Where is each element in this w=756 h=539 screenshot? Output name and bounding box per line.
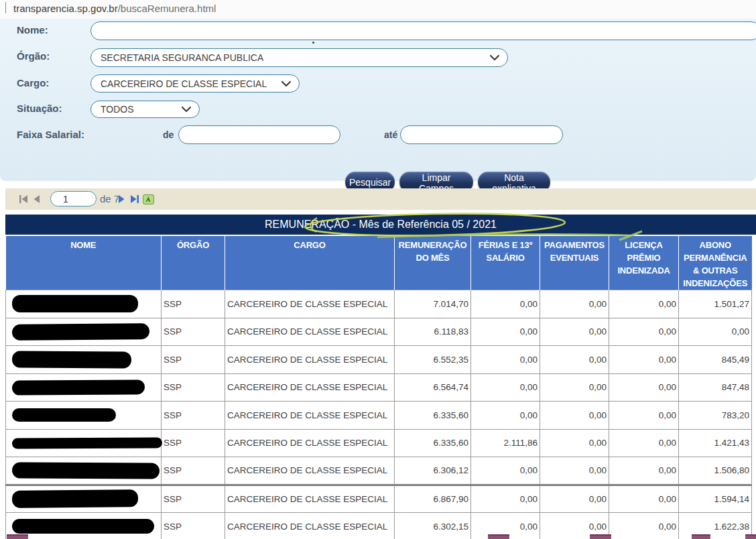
table-row: SSPCARCEREIRO DE CLASSE ESPECIAL6.867,90… <box>6 485 752 513</box>
results-table: NOME ÓRGÃO CARGO REMUNERAÇÃO DO MÊS FÉRI… <box>5 236 752 539</box>
ferias-cell: 0,00 <box>471 346 540 374</box>
abono-cell: 0,00 <box>679 318 752 346</box>
results-title: REMUNERAÇÃO - Mês de Referência 05 / 202… <box>265 219 497 231</box>
redacted-name-bar <box>12 519 154 534</box>
page: transparencia.sp.gov.br/buscaRemunera.ht… <box>0 0 756 539</box>
faixa-de-label: de <box>163 129 174 140</box>
last-page-icon[interactable] <box>130 195 139 203</box>
remuneracao-cell: 6.335,60 <box>395 402 471 430</box>
page-number-input[interactable] <box>50 191 97 206</box>
url-path: /buscaRemunera.html <box>118 3 216 14</box>
redacted-name-bar <box>12 489 138 508</box>
table-row: SSPCARCEREIRO DE CLASSE ESPECIAL6.118,83… <box>6 318 752 346</box>
licenca-cell: 0,00 <box>609 346 679 374</box>
situacao-select[interactable]: TODOS <box>90 101 200 118</box>
cargo-cell: CARCEREIRO DE CLASSE ESPECIAL <box>225 485 395 513</box>
redacted-name-bar <box>12 437 162 448</box>
col-header-ferias: FÉRIAS E 13º SALÁRIO <box>471 236 540 290</box>
previous-page-icon[interactable] <box>34 195 40 203</box>
next-page-icon[interactable] <box>118 195 125 203</box>
export-icon[interactable] <box>143 194 154 204</box>
remuneracao-cell: 6.118,83 <box>395 318 471 346</box>
redacted-name-bar <box>12 379 145 395</box>
purple-redaction-mark <box>745 534 756 539</box>
licenca-cell: 0,00 <box>609 513 679 539</box>
ferias-cell: 0,00 <box>471 402 540 430</box>
url-text[interactable]: transparencia.sp.gov.br/buscaRemunera.ht… <box>13 3 216 14</box>
cargo-cell: CARCEREIRO DE CLASSE ESPECIAL <box>225 290 395 318</box>
faixa-ate-input[interactable] <box>400 125 563 144</box>
ferias-cell: 2.111,86 <box>471 429 540 457</box>
orgao-cell: SSP <box>162 346 225 374</box>
remuneracao-cell: 6.306,12 <box>395 457 471 485</box>
nome-input[interactable] <box>90 21 756 40</box>
col-header-abono: ABONO PERMANÊNCIA & OUTRAS INDENIZAÇÕES <box>679 236 752 290</box>
faixa-de-input[interactable] <box>178 125 340 144</box>
results-tbody: SSPCARCEREIRO DE CLASSE ESPECIAL7.014,70… <box>6 290 752 539</box>
licenca-cell: 0,00 <box>609 290 679 318</box>
redacted-name-bar <box>12 351 131 368</box>
text-cursor <box>5 2 6 13</box>
redacted-name-bar <box>12 323 149 341</box>
ferias-cell: 0,00 <box>471 485 540 513</box>
remuneracao-cell: 7.014,70 <box>395 290 471 318</box>
table-row: SSPCARCEREIRO DE CLASSE ESPECIAL7.014,70… <box>6 290 752 318</box>
table-row: SSPCARCEREIRO DE CLASSE ESPECIAL6.335,60… <box>6 429 752 457</box>
remuneracao-cell: 6.302,15 <box>395 513 471 539</box>
orgao-label: Órgão: <box>17 50 50 62</box>
name-cell <box>6 485 162 513</box>
url-domain: transparencia.sp.gov.br <box>13 3 118 14</box>
orgao-cell: SSP <box>162 318 225 346</box>
pagamentos-cell: 0,00 <box>540 290 609 318</box>
chevron-down-icon <box>182 107 191 112</box>
abono-cell: 847,48 <box>679 373 752 402</box>
faixa-salarial-label: Faixa Salarial: <box>17 129 84 140</box>
faixa-ate-label: até <box>384 129 397 140</box>
chevron-down-icon <box>281 81 291 86</box>
licenca-cell: 0,00 <box>609 318 679 346</box>
name-cell <box>6 346 162 374</box>
ferias-cell: 0,00 <box>471 318 540 346</box>
url-bar[interactable]: transparencia.sp.gov.br/buscaRemunera.ht… <box>0 0 756 19</box>
header-row: NOME ÓRGÃO CARGO REMUNERAÇÃO DO MÊS FÉRI… <box>6 236 752 290</box>
orgao-cell: SSP <box>162 457 225 485</box>
abono-cell: 1.594,14 <box>679 485 752 513</box>
cargo-cell: CARCEREIRO DE CLASSE ESPECIAL <box>225 457 395 485</box>
pagamentos-cell: 0,00 <box>540 429 609 457</box>
page-count-label: de 7 <box>100 193 119 204</box>
ferias-cell: 0,00 <box>471 290 540 318</box>
col-header-orgao: ÓRGÃO <box>162 236 225 290</box>
orgao-cell: SSP <box>162 290 225 318</box>
stray-dot <box>312 42 314 44</box>
nome-label: Nome: <box>17 24 48 36</box>
redacted-name-bar <box>12 462 160 479</box>
pagamentos-cell: 0,00 <box>540 346 609 374</box>
situacao-label: Situação: <box>17 103 62 114</box>
remuneracao-cell: 6.564,74 <box>395 373 471 402</box>
pagination-bar: de 7 <box>5 188 756 210</box>
pagamentos-cell: 0,00 <box>540 402 609 430</box>
chevron-down-icon <box>490 55 499 60</box>
purple-redaction-mark <box>7 534 28 539</box>
cargo-label: Cargo: <box>17 77 49 88</box>
abono-cell: 783,20 <box>679 402 752 430</box>
licenca-cell: 0,00 <box>609 373 679 402</box>
name-cell <box>6 318 162 346</box>
orgao-cell: SSP <box>162 429 225 457</box>
first-page-icon[interactable] <box>19 195 28 203</box>
col-header-nome: NOME <box>6 236 162 290</box>
cargo-selected-value: CARCEREIRO DE CLASSE ESPECIAL <box>101 78 267 89</box>
orgao-select[interactable]: SECRETARIA SEGURANCA PUBLICA <box>90 48 508 67</box>
purple-redaction-mark <box>488 534 509 539</box>
orgao-cell: SSP <box>162 402 225 430</box>
table-row: SSPCARCEREIRO DE CLASSE ESPECIAL6.564,74… <box>6 373 752 402</box>
cargo-select[interactable]: CARCEREIRO DE CLASSE ESPECIAL <box>90 74 300 93</box>
search-form: Nome: Órgão: SECRETARIA SEGURANCA PUBLIC… <box>0 19 756 181</box>
pagamentos-cell: 0,00 <box>540 457 609 485</box>
pagamentos-cell: 0,00 <box>540 485 609 513</box>
purple-redaction-mark <box>590 534 611 539</box>
remuneracao-cell: 6.335,60 <box>395 429 471 457</box>
name-cell <box>6 429 162 457</box>
orgao-cell: SSP <box>162 373 225 402</box>
orgao-selected-value: SECRETARIA SEGURANCA PUBLICA <box>101 52 263 63</box>
